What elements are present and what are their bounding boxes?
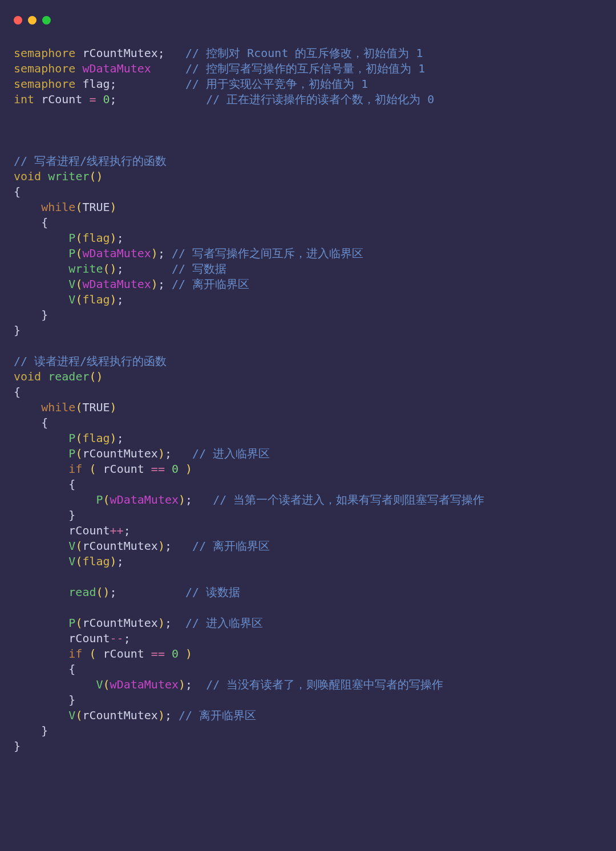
code-line: V(wDataMutex); // 当没有读者了，则唤醒阻塞中写者的写操作	[14, 678, 443, 691]
code-line: semaphore rCountMutex; // 控制对 Rcount 的互斥…	[14, 46, 423, 60]
code-line: }	[14, 323, 21, 337]
code-line: V(flag);	[14, 293, 124, 306]
code-line: rCount--;	[14, 631, 131, 645]
code-line: // 读者进程/线程执行的函数	[14, 354, 167, 368]
code-line: }	[14, 508, 75, 522]
code-line: {	[14, 416, 48, 429]
code-line: write(); // 写数据	[14, 262, 226, 275]
code-line: read(); // 读数据	[14, 585, 240, 599]
code-line: rCount++;	[14, 524, 131, 537]
code-line: semaphore flag; // 用于实现公平竞争，初始值为 1	[14, 77, 368, 91]
code-line: }	[14, 693, 75, 707]
code-line: semaphore wDataMutex // 控制写者写操作的互斥信号量，初始…	[14, 62, 425, 75]
code-line: P(wDataMutex); // 当第一个读者进入，如果有写者则阻塞写者写操作	[14, 493, 484, 506]
code-line: P(flag);	[14, 231, 124, 245]
minimize-icon[interactable]	[28, 16, 37, 25]
code-line: {	[14, 216, 48, 229]
code-line: {	[14, 185, 21, 198]
zoom-icon[interactable]	[42, 16, 51, 25]
code-line: P(rCountMutex); // 进入临界区	[14, 616, 263, 630]
window-controls	[14, 16, 51, 25]
code-line: {	[14, 662, 75, 676]
code-line: V(flag);	[14, 554, 124, 568]
code-line: void writer()	[14, 169, 103, 183]
code-line: P(wDataMutex); // 写者写操作之间互斥，进入临界区	[14, 246, 363, 260]
code-line: void reader()	[14, 370, 103, 383]
code-line: V(rCountMutex); // 离开临界区	[14, 539, 270, 553]
code-line: while(TRUE)	[14, 400, 117, 414]
code-line: {	[14, 385, 21, 399]
code-line: }	[14, 308, 48, 322]
code-block: semaphore rCountMutex; // 控制对 Rcount 的互斥…	[14, 46, 602, 754]
code-line: int rCount = 0; // 正在进行读操作的读者个数，初始化为 0	[14, 92, 434, 106]
code-line: V(wDataMutex); // 离开临界区	[14, 277, 249, 291]
code-line: if ( rCount == 0 )	[14, 462, 192, 476]
code-line: }	[14, 724, 48, 737]
code-line: }	[14, 739, 21, 753]
code-line: V(rCountMutex); // 离开临界区	[14, 708, 256, 722]
code-line: // 写者进程/线程执行的函数	[14, 154, 167, 168]
code-line: {	[14, 477, 75, 491]
code-line: if ( rCount == 0 )	[14, 647, 192, 660]
code-line: while(TRUE)	[14, 200, 117, 214]
code-line: P(rCountMutex); // 进入临界区	[14, 447, 270, 460]
close-icon[interactable]	[14, 16, 22, 25]
code-line: P(flag);	[14, 431, 124, 445]
